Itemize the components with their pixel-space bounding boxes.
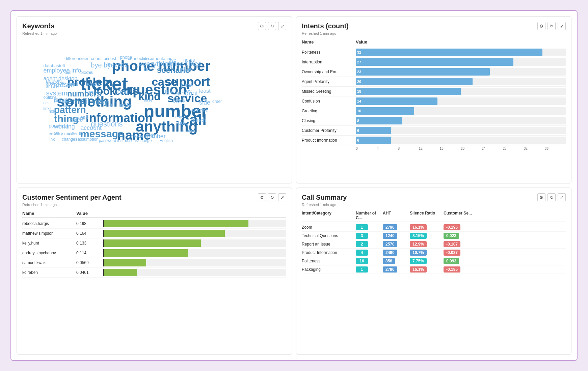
intent-bar-fill: 6 <box>356 127 391 134</box>
sentiment-header: Customer Sentiment per Agent ⚙ ↻ ⤢ <box>22 193 286 201</box>
word-left: left <box>59 63 65 68</box>
word-bottom: bottom <box>59 104 72 108</box>
call-aht: 2570 <box>383 241 410 247</box>
call-summary-expand-btn[interactable]: ⤢ <box>558 193 566 201</box>
word-body: body <box>146 133 155 137</box>
intent-bar-fill: 10 <box>356 107 414 115</box>
intent-bar-track: 6 <box>356 127 566 134</box>
word-line: line <box>86 70 92 75</box>
intent-bar-fill: 20 <box>356 78 473 85</box>
word-Bowl: Bowl <box>181 67 191 72</box>
call-table-row: Packaging 1 2790 16.1% -0.195 <box>302 265 566 274</box>
word-least: least <box>199 88 211 94</box>
intents-header: Intents (count) ⚙ ↻ ⤢ <box>302 22 566 30</box>
sentiment-settings-btn[interactable]: ⚙ <box>258 193 266 201</box>
call-silence: 16.1% <box>410 224 444 230</box>
call-table-row: Report an Issue 2 2570 12.9% -0.187 <box>302 240 566 249</box>
word-mouse: mouse <box>183 129 195 133</box>
sentiment-bar-fill <box>104 259 146 266</box>
intent-bar-fill: 32 <box>356 49 542 56</box>
sentiment-agent-name: matthew.simpson <box>22 231 76 236</box>
intents-expand-btn[interactable]: ⤢ <box>558 22 566 30</box>
word-caller-ID: caller ID <box>67 132 83 136</box>
intent-bar-val: 32 <box>357 50 361 54</box>
sentiment-agent-value: 0.133 <box>76 241 103 246</box>
word-employee-info: employee info <box>44 67 81 74</box>
call-num: 1 <box>356 266 383 273</box>
sentiment-row: kelly.hunt 0.133 <box>22 238 286 248</box>
call-intent: Technical Questions <box>302 233 356 238</box>
word-link: link <box>49 137 55 141</box>
intent-bar-fill: 23 <box>356 68 490 76</box>
intent-label: Product Information <box>302 138 356 143</box>
word-key: key <box>183 88 192 94</box>
intents-settings-btn[interactable]: ⚙ <box>537 22 545 30</box>
call-silence: 12.9% <box>410 241 444 247</box>
sentiment-divider <box>103 249 104 257</box>
intents-row: Product Information 6 <box>302 136 566 145</box>
call-silence: 16.1% <box>410 266 444 273</box>
call-summary-settings-btn[interactable]: ⚙ <box>537 193 545 201</box>
sentiment-expand-btn[interactable]: ⤢ <box>278 193 286 201</box>
call-cust: -0.195 <box>444 266 566 273</box>
word-bit: bit <box>144 66 150 72</box>
intent-bar-track: 32 <box>356 49 566 56</box>
call-num: 16 <box>356 258 383 264</box>
sentiment-agent-name: samuel.kwak <box>22 260 76 265</box>
sentiment-divider <box>103 230 104 237</box>
x-tick: 24 <box>482 147 503 150</box>
intents-actions: ⚙ ↻ ⤢ <box>537 22 566 30</box>
intent-bar-val: 8 <box>357 119 359 123</box>
sentiment-header-row: Name Value <box>22 209 286 218</box>
intent-label: Customer Profanity <box>302 128 356 133</box>
keywords-refresh-btn[interactable]: ↻ <box>268 22 276 30</box>
keywords-title: Keywords <box>22 22 55 30</box>
x-tick: 32 <box>524 147 545 150</box>
sentiment-col-name: Name <box>22 211 76 216</box>
intents-row: Interruption 27 <box>302 57 566 67</box>
call-silence: 10.7% <box>410 250 444 256</box>
word-one: one <box>117 88 129 95</box>
intents-chart: NameValue Politeness 32 Interruption 27 … <box>302 38 566 178</box>
call-aht: 2790 <box>383 224 410 230</box>
word-hold: hold <box>49 109 56 113</box>
keywords-actions: ⚙ ↻ ⤢ <box>258 22 286 30</box>
call-cust: 0.023 <box>444 233 566 239</box>
sentiment-row: matthew.simpson 0.164 <box>22 229 286 238</box>
dashboard: Keywords ⚙ ↻ ⤢ Refreshed 1 min ago phone… <box>10 10 578 361</box>
intents-row: Missed Greeting 18 <box>302 87 566 96</box>
word-block: block <box>173 98 185 104</box>
intents-refresh-btn[interactable]: ↻ <box>547 22 556 30</box>
intents-widget: Intents (count) ⚙ ↻ ⤢ Refreshed 1 min ag… <box>296 16 571 183</box>
word-connection: connection <box>128 56 149 61</box>
sentiment-bar-fill <box>104 220 248 227</box>
intents-row: Closing 8 <box>302 116 566 126</box>
intent-bar-track: 27 <box>356 58 566 66</box>
x-tick: 36 <box>545 147 566 150</box>
intents-row: Agent Profanity 20 <box>302 77 566 87</box>
word-place: place <box>181 83 193 88</box>
call-intent: Packaging <box>302 267 356 272</box>
sentiment-bar-track <box>103 239 286 247</box>
sentiment-divider <box>103 220 104 227</box>
sentiment-refreshed: Refreshed 1 min ago <box>22 203 286 207</box>
sentiment-agent-name: kelly.hunt <box>22 241 76 246</box>
word-bunch: bunch <box>191 118 206 123</box>
sentiment-title: Customer Sentiment per Agent <box>22 194 122 201</box>
sentiment-refresh-btn[interactable]: ↻ <box>268 193 276 201</box>
intent-bar-track: 18 <box>356 88 566 95</box>
keywords-settings-btn[interactable]: ⚙ <box>258 22 266 30</box>
sentiment-agent-name: kc.reben <box>22 270 76 275</box>
keywords-expand-btn[interactable]: ⤢ <box>278 22 286 30</box>
word-password: password <box>99 139 116 143</box>
call-summary-refresh-btn[interactable]: ↻ <box>547 193 556 201</box>
word-second: second <box>191 108 209 113</box>
word-answer: answer <box>46 84 59 88</box>
intent-bar-track: 14 <box>356 97 566 105</box>
call-aht: 858 <box>383 258 410 264</box>
intents-col-name: Name <box>302 39 356 45</box>
call-aht: 2790 <box>383 266 410 273</box>
intents-row: Confusion 14 <box>302 96 566 106</box>
keywords-refreshed: Refreshed 1 min ago <box>22 31 286 35</box>
word-side: side <box>199 99 210 106</box>
